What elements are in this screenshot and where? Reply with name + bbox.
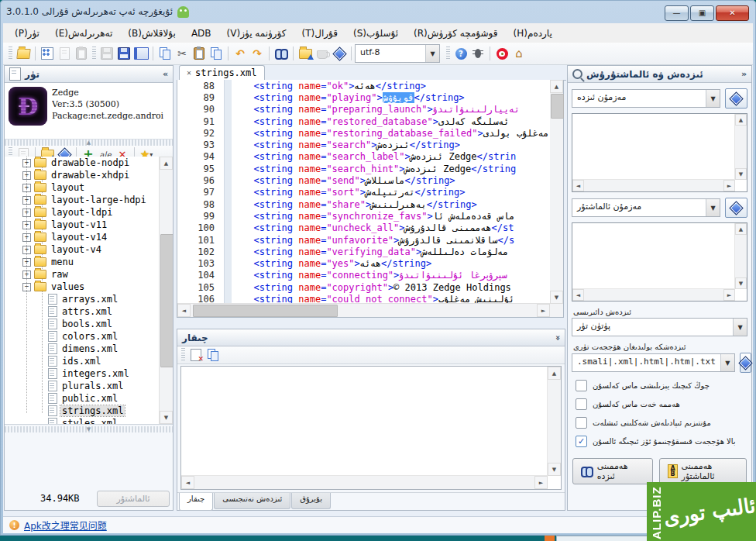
scroll-down-icon[interactable]: ▼ [160, 411, 173, 424]
cut-button[interactable]: ✂ [174, 46, 191, 62]
tree-item-ids.xml[interactable]: ids.xml [5, 355, 160, 367]
replace-all-button[interactable]: AB ھەممىنى ئالماشتۇر [659, 458, 747, 484]
menu-item[interactable]: بۇلاقلاش(B) [121, 26, 183, 41]
paste-special-button[interactable] [208, 46, 225, 62]
undo-button[interactable]: ↶ [232, 46, 249, 62]
close-tab-icon[interactable]: ✕ [187, 69, 191, 77]
scroll-left-icon[interactable]: ◄ [181, 476, 194, 489]
find-results-list[interactable]: ▲ ▼ ◄ ► [572, 113, 747, 192]
list-vscrollbar[interactable]: ▲ ▼ [734, 114, 747, 180]
output-vscrollbar[interactable]: ▲ ▼ [547, 367, 561, 476]
editor-vscrollbar[interactable]: ▲ ▼ [550, 80, 563, 304]
collapse-down-icon[interactable]: » [553, 335, 561, 340]
weibo-button[interactable] [493, 46, 510, 62]
chevron-down-icon[interactable]: ▼ [425, 45, 439, 62]
tree-item-arrays.xml[interactable]: arrays.xml [5, 293, 160, 305]
tree-item-layout-v4[interactable]: +layout-v4 [5, 243, 160, 256]
maximize-button[interactable]: ▣ [690, 5, 714, 21]
collapse-left-icon[interactable]: « [163, 71, 168, 78]
scroll-down-icon[interactable]: ▼ [548, 463, 561, 476]
checkbox[interactable] [576, 380, 587, 391]
save-all-button[interactable] [115, 46, 132, 62]
tree-item-layout[interactable]: +layout [5, 181, 160, 194]
filetype-options-button[interactable] [740, 353, 751, 373]
menu-item[interactable]: تۈر(P) [8, 26, 46, 41]
title-bar[interactable]: ئۇيغۇرچە ئەپ تەھرىرلەش قۇرالى 3.0.1.0 — … [0, 0, 756, 23]
encoding-combo[interactable]: utf-8 ▼ [355, 44, 440, 63]
tree-item-integers.xml[interactable]: integers.xml [5, 367, 160, 380]
editor-hscrollbar[interactable]: ◄ ► [177, 303, 550, 317]
toolbar-grip[interactable] [92, 47, 96, 60]
checkbox[interactable] [576, 398, 587, 410]
close-button[interactable]: ✕ [716, 5, 749, 21]
splitter-handle[interactable]: ▲ [5, 140, 173, 146]
find-combo[interactable]: مەزمۇن ئىزدە ▼ [572, 89, 720, 108]
faq-link[interactable]: Apk改之理常见问题 [24, 519, 107, 532]
scroll-left-icon[interactable]: ◄ [177, 304, 191, 317]
paste-button[interactable] [191, 46, 208, 62]
help-button[interactable]: ? [452, 46, 469, 62]
tree-item-colors.xml[interactable]: colors.xml [5, 330, 160, 343]
build-apk-button[interactable] [39, 46, 56, 62]
sign-button[interactable] [73, 46, 90, 62]
tree-item-layout-large-hdpi[interactable]: +layout-large-hdpi [5, 194, 160, 206]
scroll-down-icon[interactable]: ▼ [735, 168, 747, 180]
menu-item[interactable]: تەھرىرلەش(E) [48, 26, 119, 41]
chevron-down-icon[interactable]: ▼ [706, 90, 720, 107]
scroll-up-icon[interactable]: ▲ [550, 80, 563, 93]
tree-item-strings.xml[interactable]: strings.xml [5, 405, 160, 417]
output-tab-item[interactable]: بۇيرۇق [291, 493, 331, 509]
replace-button[interactable]: ئالماشتۇر [97, 491, 170, 507]
copy-button[interactable] [156, 46, 174, 62]
toolbar-grip[interactable] [9, 47, 12, 60]
scroll-up-icon[interactable]: ▲ [735, 223, 747, 235]
filetype-combo[interactable]: .smali|.xml|.html|.htm|.txt ▼ [572, 353, 735, 372]
menu-item[interactable]: قۇرال(T) [295, 26, 345, 41]
scope-combo[interactable]: پۈتۈن تۈر ▼ [572, 318, 747, 336]
list-hscrollbar[interactable]: ◄ ► [572, 179, 735, 191]
tree-item-plurals.xml[interactable]: plurals.xml [5, 380, 160, 392]
replace-options-button[interactable] [725, 198, 747, 218]
scroll-up-icon[interactable]: ▲ [160, 157, 173, 170]
tree-item-values[interactable]: −values [5, 281, 160, 293]
toolbar-grip[interactable] [181, 348, 185, 362]
find-button[interactable] [273, 46, 290, 62]
output-tab-item[interactable]: ئىزدەش نەتىجىسى [214, 493, 290, 509]
find-all-button[interactable]: ھەممىنى ئىزدە [572, 458, 653, 484]
scroll-right-icon[interactable]: ► [723, 180, 735, 191]
tree-item-menu[interactable]: +menu [5, 256, 160, 268]
tab-strings-xml[interactable]: ✕ strings.xml [179, 65, 265, 80]
menu-item[interactable]: قوشۇمچە كۆرۈش(R) [407, 26, 504, 41]
toolbar-grip[interactable] [446, 47, 450, 60]
save-button[interactable] [98, 46, 115, 62]
compile-java-button[interactable] [314, 46, 331, 62]
tree-scrollbar[interactable]: ▲ ▼ [159, 157, 173, 424]
scroll-left-icon[interactable]: ◄ [572, 180, 584, 191]
list-hscrollbar[interactable]: ◄ ► [572, 288, 735, 301]
redo-button[interactable]: ↷ [249, 46, 266, 62]
clear-output-button[interactable] [187, 347, 204, 364]
chevron-down-icon[interactable]: ▼ [706, 199, 720, 216]
output-textarea[interactable]: ▲ ▼ ◄ ► [180, 366, 562, 490]
debug-button[interactable] [469, 46, 486, 62]
scroll-left-icon[interactable]: ◄ [572, 289, 584, 301]
output-tab-active[interactable]: چىقار [179, 493, 213, 511]
collapse-right-icon[interactable]: » [741, 71, 747, 78]
tree-item-raw[interactable]: +raw [5, 268, 160, 281]
code-editor[interactable]: 88 <string name="ok">ھەئە</string>89 <st… [177, 80, 564, 318]
decompile-button[interactable] [331, 46, 348, 62]
tree-item-layout-v11[interactable]: +layout-v11 [5, 219, 160, 231]
tree-item-layout-ldpi[interactable]: +layout-ldpi [5, 206, 160, 219]
homepage-button[interactable]: ⌂ [510, 46, 527, 62]
chevron-down-icon[interactable]: ▼ [720, 354, 734, 371]
export-folder-button[interactable] [297, 46, 314, 62]
minimize-button[interactable]: — [665, 5, 689, 21]
copy-output-button[interactable] [204, 347, 222, 364]
scroll-right-icon[interactable]: ► [723, 289, 735, 301]
scroll-thumb[interactable] [193, 305, 338, 317]
chevron-down-icon[interactable]: ▼ [733, 319, 747, 336]
scroll-thumb[interactable] [160, 234, 173, 367]
replace-combo[interactable]: مەزمۇن ئالماشتۇر ▼ [572, 198, 720, 217]
menu-item[interactable]: ياردەم(H) [507, 26, 559, 41]
tree-item-bools.xml[interactable]: bools.xml [5, 318, 160, 330]
